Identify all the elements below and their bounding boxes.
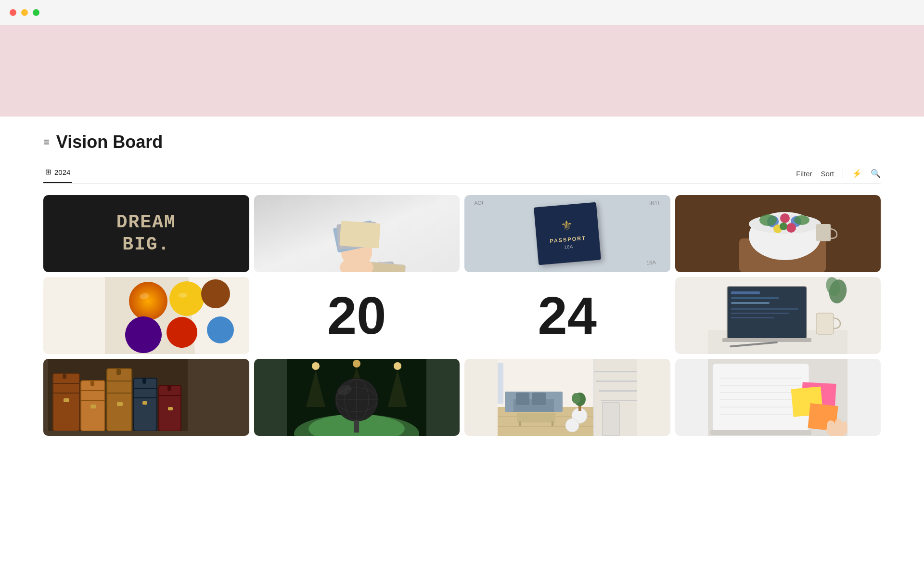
gallery-item-microphone[interactable] [254, 359, 460, 436]
gallery-item-laptop[interactable] [675, 277, 881, 354]
number-20: 20 [327, 289, 386, 342]
food-bowl-svg [710, 195, 845, 272]
svg-point-16 [786, 223, 796, 233]
maximize-button[interactable] [33, 9, 39, 16]
svg-rect-97 [603, 402, 619, 436]
svg-point-13 [780, 213, 790, 223]
svg-rect-104 [517, 413, 555, 422]
svg-rect-94 [599, 390, 637, 392]
gallery-item-notebook[interactable] [675, 359, 881, 436]
svg-rect-56 [107, 393, 132, 394]
credit-card-visual [254, 195, 460, 272]
svg-rect-51 [81, 390, 105, 391]
passport-eagle-icon: ⚜ [560, 217, 573, 234]
svg-rect-103 [532, 393, 546, 405]
interior-svg [498, 359, 637, 436]
lightning-icon[interactable]: ⚡ [852, 169, 862, 179]
svg-point-25 [201, 279, 230, 308]
svg-point-74 [353, 360, 360, 368]
svg-rect-35 [731, 297, 779, 299]
gallery-grid: DREAMBIG. [43, 195, 881, 436]
filter-button[interactable]: Filter [796, 170, 812, 178]
main-content: ≡ Vision Board ⊞ 2024 Filter Sort ⚡ 🔍 DR… [0, 117, 924, 455]
close-button[interactable] [10, 9, 16, 16]
laptop-svg [708, 277, 847, 354]
gallery-item-interior[interactable] [464, 359, 670, 436]
svg-rect-93 [596, 381, 637, 382]
svg-rect-59 [134, 388, 157, 389]
tab-grid-icon: ⊞ [45, 168, 51, 176]
tab-label: 2024 [54, 168, 70, 176]
svg-point-17 [780, 223, 787, 230]
svg-rect-47 [53, 383, 79, 384]
svg-rect-41 [816, 313, 834, 334]
passport-number: 16A [564, 244, 573, 250]
svg-rect-52 [81, 400, 105, 401]
svg-rect-38 [731, 313, 789, 314]
svg-rect-57 [116, 368, 121, 375]
page-title: Vision Board [56, 132, 163, 152]
gallery-item-dream-big[interactable]: DREAMBIG. [43, 195, 249, 272]
svg-rect-66 [90, 405, 96, 408]
tab-left: ⊞ 2024 [43, 164, 72, 183]
minimize-button[interactable] [21, 9, 28, 16]
title-bar [0, 0, 924, 25]
svg-rect-67 [117, 402, 123, 406]
tab-controls: Filter Sort ⚡ 🔍 [796, 169, 881, 179]
toolbar-divider [843, 169, 843, 178]
dream-big-text: DREAMBIG. [116, 211, 176, 255]
passport-text: PASSPORT [550, 235, 586, 244]
svg-rect-8 [340, 221, 381, 249]
svg-rect-48 [53, 393, 79, 394]
svg-rect-53 [90, 381, 94, 386]
svg-point-108 [565, 419, 579, 432]
svg-rect-40 [722, 338, 811, 342]
svg-rect-126 [827, 420, 834, 433]
svg-rect-106 [552, 421, 553, 426]
svg-rect-69 [168, 407, 173, 410]
gallery-item-food-bowl[interactable] [675, 195, 881, 272]
seat-label: 16A [646, 259, 656, 266]
gallery-item-credit-cards[interactable] [254, 195, 460, 272]
svg-rect-68 [142, 401, 147, 405]
svg-rect-63 [159, 395, 181, 396]
page-title-icon: ≡ [43, 136, 50, 148]
intl-label: INTL [649, 199, 661, 206]
svg-point-28 [207, 316, 234, 343]
paint-svg [105, 277, 244, 354]
luggage-svg [48, 359, 188, 431]
svg-rect-39 [731, 317, 774, 318]
gallery-item-24[interactable]: 24 [464, 277, 670, 354]
svg-rect-95 [601, 400, 637, 401]
svg-rect-64 [167, 385, 171, 391]
hand-svg [308, 210, 405, 272]
svg-point-18 [759, 214, 777, 226]
svg-rect-49 [63, 373, 66, 379]
number-24: 24 [538, 289, 597, 342]
gallery-item-luggage[interactable] [43, 359, 249, 436]
svg-rect-61 [142, 378, 146, 384]
hero-banner [0, 25, 924, 117]
svg-rect-37 [731, 308, 798, 310]
svg-point-75 [394, 362, 401, 370]
svg-point-30 [179, 293, 187, 298]
svg-rect-105 [519, 421, 521, 426]
svg-rect-92 [594, 371, 637, 372]
svg-rect-20 [816, 224, 831, 241]
svg-point-73 [312, 362, 320, 370]
gallery-item-20[interactable]: 20 [254, 277, 460, 354]
search-icon[interactable]: 🔍 [871, 169, 881, 179]
notebook-svg [708, 359, 847, 436]
svg-rect-60 [134, 397, 157, 398]
svg-point-19 [794, 215, 809, 225]
svg-rect-102 [516, 393, 529, 405]
gallery-item-passport[interactable]: AOI INTL ⚜ PASSPORT 16A 16A [464, 195, 670, 272]
tab-2024[interactable]: ⊞ 2024 [43, 164, 72, 183]
page-title-row: ≡ Vision Board [43, 132, 881, 152]
gallery-item-paint[interactable] [43, 277, 249, 354]
svg-rect-101 [554, 392, 563, 412]
passport-book: ⚜ PASSPORT 16A [534, 202, 601, 265]
svg-rect-128 [842, 421, 847, 432]
sort-button[interactable]: Sort [821, 170, 834, 178]
svg-rect-100 [505, 392, 513, 412]
